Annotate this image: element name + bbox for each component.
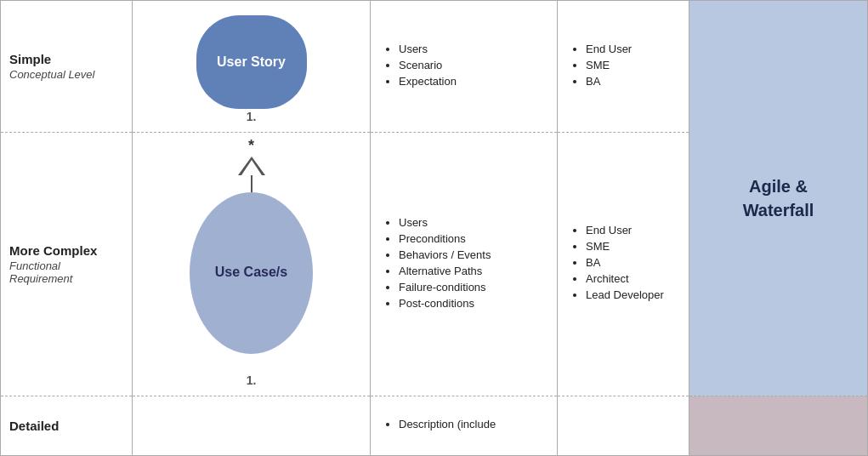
user-story-bubble: User Story bbox=[196, 15, 307, 109]
list-item: Preconditions bbox=[399, 232, 544, 245]
stakeholders-column: End User SME BA End User SME BA Architec… bbox=[558, 1, 689, 455]
list-column: Users Scenario Expectation Users Precond… bbox=[371, 1, 558, 455]
main-container: Simple Conceptual Level More Complex Fun… bbox=[0, 0, 868, 456]
complex-stakeholder-list: End User SME BA Architect Lead Developer bbox=[570, 224, 676, 305]
detailed-label-cell: Detailed bbox=[1, 396, 132, 455]
complex-stakeholder-cell: End User SME BA Architect Lead Developer bbox=[558, 133, 689, 396]
stakeholder-item: SME bbox=[586, 59, 676, 71]
diagram-column: User Story 1. * Use Case/s 1. bbox=[133, 1, 371, 455]
list-item: Users bbox=[399, 43, 544, 55]
stakeholder-item: Lead Developer bbox=[586, 288, 676, 301]
detailed-stakeholder-cell bbox=[558, 396, 689, 455]
list-item: Failure-conditions bbox=[399, 281, 544, 294]
list-item: Scenario bbox=[399, 59, 544, 71]
simple-label-cell: Simple Conceptual Level bbox=[1, 1, 132, 133]
agile-top-section: Agile &Waterfall bbox=[689, 1, 867, 396]
agile-bottom-section bbox=[689, 396, 867, 455]
simple-diagram-cell: User Story 1. bbox=[133, 1, 370, 133]
list-item: Behaviors / Events bbox=[399, 248, 544, 261]
detailed-bullet-list: Description (include bbox=[383, 418, 544, 434]
use-case-label: Use Case/s bbox=[215, 264, 287, 282]
detailed-diagram-cell bbox=[133, 396, 370, 455]
list-item: Post-conditions bbox=[399, 297, 544, 310]
complex-bullet-list: Users Preconditions Behaviors / Events A… bbox=[383, 216, 544, 313]
user-story-label: User Story bbox=[217, 54, 286, 71]
complex-label-cell: More Complex Functional Requirement bbox=[1, 133, 132, 396]
complex-title: More Complex bbox=[9, 243, 123, 258]
complex-diagram-cell: * Use Case/s 1. bbox=[133, 133, 370, 396]
stakeholder-item: Architect bbox=[586, 272, 676, 285]
simple-title: Simple bbox=[9, 52, 123, 66]
detailed-list-cell: Description (include bbox=[371, 396, 557, 455]
simple-stakeholder-cell: End User SME BA bbox=[558, 1, 689, 133]
list-item: Users bbox=[399, 216, 544, 229]
list-item: Alternative Paths bbox=[399, 265, 544, 277]
asterisk-label: * bbox=[248, 137, 254, 155]
complex-subtitle: Functional Requirement bbox=[9, 259, 123, 285]
simple-num-label: 1. bbox=[247, 110, 257, 123]
stakeholder-item: BA bbox=[586, 256, 676, 269]
simple-bullet-list: Users Scenario Expectation bbox=[383, 43, 544, 91]
stakeholder-item: End User bbox=[586, 224, 676, 237]
simple-stakeholder-list: End User SME BA bbox=[570, 43, 676, 91]
stakeholder-item: End User bbox=[586, 43, 676, 55]
simple-subtitle: Conceptual Level bbox=[9, 68, 123, 81]
complex-num-label: 1. bbox=[247, 373, 257, 387]
stakeholder-item: BA bbox=[586, 75, 676, 88]
agile-title: Agile &Waterfall bbox=[743, 174, 814, 222]
label-column: Simple Conceptual Level More Complex Fun… bbox=[1, 1, 133, 455]
list-item: Description (include bbox=[399, 418, 544, 430]
detailed-title: Detailed bbox=[9, 419, 123, 433]
generalization-arrow: * bbox=[238, 137, 265, 197]
agile-column: Agile &Waterfall bbox=[689, 1, 867, 455]
stakeholder-item: SME bbox=[586, 240, 676, 253]
simple-list-cell: Users Scenario Expectation bbox=[371, 1, 557, 133]
list-item: Expectation bbox=[399, 75, 544, 88]
use-case-bubble: Use Case/s bbox=[190, 192, 313, 354]
complex-list-cell: Users Preconditions Behaviors / Events A… bbox=[371, 133, 557, 396]
arrow-triangle-icon bbox=[238, 157, 265, 175]
